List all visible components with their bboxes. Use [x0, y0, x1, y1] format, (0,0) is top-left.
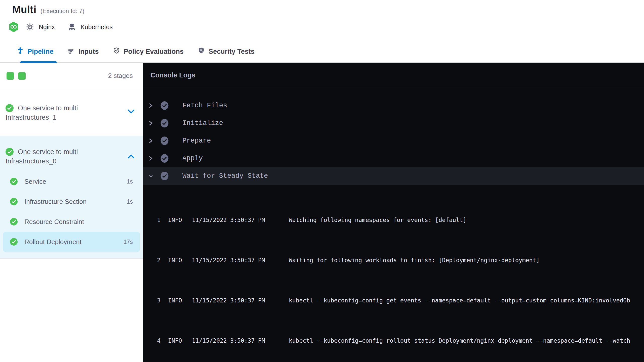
stage-row-infrastructures-0[interactable]: One service to multi Infrastructures_0 S… — [0, 136, 143, 259]
tab-label: Inputs — [78, 48, 99, 56]
tab-inputs[interactable]: Inputs — [68, 40, 99, 63]
step-duration: 1s — [127, 178, 133, 185]
stage-sidebar: 2 stages One service to multi Infrastruc… — [0, 63, 143, 362]
log-message: Watching following namespaces for events… — [289, 215, 644, 225]
success-check-icon — [10, 238, 18, 246]
stage-name-text: One service to multi Infrastructures_1 — [6, 104, 78, 121]
log-line: 1 INFO 11/15/2022 3:50:37 PM Watching fo… — [143, 215, 644, 225]
console-step-name: Prepare — [182, 137, 211, 145]
log-level: INFO — [168, 215, 184, 225]
log-message: kubectl --kubeconfig=config rollout stat… — [289, 336, 644, 346]
infrastructure-label: Kubernetes — [80, 23, 113, 31]
chevron-down-icon[interactable] — [127, 109, 135, 116]
step-duration: 1s — [127, 198, 133, 205]
success-check-icon — [10, 178, 18, 185]
title-row: Multi (Execution Id: 7) — [0, 0, 644, 15]
service-label: Nginx — [39, 23, 55, 31]
stage-count-label: 2 stages — [108, 72, 133, 80]
log-level: INFO — [168, 336, 184, 346]
stage-step-row[interactable]: Resource Constraint — [3, 212, 140, 232]
stage-row-infrastructures-1[interactable]: One service to multi Infrastructures_1 — [0, 89, 143, 136]
log-message: kubectl --kubeconfig=config get events -… — [289, 295, 644, 305]
console-step-name: Initialize — [182, 119, 223, 127]
stage-name: One service to multi Infrastructures_0 — [6, 147, 120, 166]
tab-pipeline[interactable]: Pipeline — [17, 40, 54, 63]
log-timestamp: 11/15/2022 3:50:37 PM — [192, 295, 281, 305]
console-step-list: Fetch Files Initialize — [143, 88, 644, 362]
step-name: Rollout Deployment — [24, 238, 124, 246]
log-line: 4 INFO 11/15/2022 3:50:37 PM kubectl --k… — [143, 336, 644, 346]
step-success-check-icon — [160, 101, 169, 110]
console-step-row[interactable]: Initialize — [143, 114, 644, 132]
stage-step-list: Service 1s Infrastructure Section 1s — [0, 171, 143, 252]
stage-name: One service to multi Infrastructures_1 — [6, 104, 120, 122]
log-line-number: 4 — [143, 336, 160, 346]
console-step-row[interactable]: Apply — [143, 150, 644, 167]
step-success-check-icon — [160, 137, 169, 145]
stage-square-success[interactable] — [7, 72, 14, 80]
pipeline-meta-row: Nginx Kubernetes — [0, 15, 644, 32]
page-header: Multi (Execution Id: 7) Nginx — [0, 0, 644, 63]
page-title: Multi — [12, 4, 36, 15]
log-line-number: 1 — [143, 215, 160, 225]
log-level: INFO — [168, 255, 184, 265]
log-line: 2 INFO 11/15/2022 3:50:37 PM Waiting for… — [143, 255, 644, 265]
log-message: Waiting for following workloads to finis… — [289, 255, 644, 265]
success-check-icon — [10, 198, 18, 205]
console-step-name: Wait for Steady State — [182, 172, 268, 180]
shield-check-icon — [113, 47, 120, 56]
gear-icon — [26, 23, 34, 31]
console-step-name: Apply — [182, 155, 203, 162]
console-step-row[interactable]: Prepare — [143, 132, 644, 150]
chevron-right-icon[interactable] — [148, 137, 153, 144]
step-success-check-icon — [160, 172, 169, 180]
harness-infinity-icon — [9, 21, 19, 32]
chevron-right-icon[interactable] — [148, 155, 153, 162]
step-name: Resource Constraint — [24, 218, 133, 226]
success-check-icon — [10, 218, 18, 225]
stage-square-success[interactable] — [18, 72, 26, 80]
log-timestamp: 11/15/2022 3:50:37 PM — [192, 255, 281, 265]
stage-summary-row: 2 stages — [0, 63, 143, 89]
execution-id: (Execution Id: 7) — [41, 8, 85, 15]
log-level: INFO — [168, 295, 184, 305]
tab-policy-evaluations[interactable]: Policy Evaluations — [113, 40, 184, 63]
console-logs-title: Console Logs — [143, 63, 644, 88]
tab-label: Security Tests — [209, 48, 255, 56]
log-line: 3 INFO 11/15/2022 3:50:37 PM kubectl --k… — [143, 295, 644, 305]
console-step-row-expanded[interactable]: Wait for Steady State — [143, 167, 644, 185]
stage-minimap[interactable] — [7, 72, 26, 80]
stage-name-text: One service to multi Infrastructures_0 — [6, 148, 78, 165]
step-name: Infrastructure Section — [24, 198, 127, 206]
stage-step-row[interactable]: Service 1s — [3, 171, 140, 192]
console-panel: Console Logs Fetch Files — [143, 63, 644, 362]
log-line-number: 2 — [143, 255, 160, 265]
step-success-check-icon — [160, 119, 169, 127]
stage-step-row[interactable]: Infrastructure Section 1s — [3, 192, 140, 212]
chevron-right-icon[interactable] — [148, 120, 153, 127]
log-timestamp: 11/15/2022 3:50:37 PM — [192, 336, 281, 346]
tab-label: Policy Evaluations — [124, 48, 184, 56]
console-step-name: Fetch Files — [182, 102, 227, 109]
step-name: Service — [24, 178, 127, 186]
chevron-down-icon[interactable] — [148, 173, 153, 179]
chevron-up-icon[interactable] — [127, 153, 135, 160]
step-success-check-icon — [160, 154, 169, 163]
log-timestamp: 11/15/2022 3:50:37 PM — [192, 215, 281, 225]
chevron-right-icon[interactable] — [148, 102, 153, 109]
console-log-output: 1 INFO 11/15/2022 3:50:37 PM Watching fo… — [143, 185, 644, 362]
log-line-number: 3 — [143, 295, 160, 305]
stage-step-row[interactable]: Rollout Deployment 17s — [3, 232, 140, 252]
server-icon — [68, 23, 76, 31]
tab-security-tests[interactable]: Security Tests — [198, 40, 255, 63]
step-duration: 17s — [124, 239, 133, 245]
shield-search-icon — [198, 47, 205, 56]
console-step-row[interactable]: Fetch Files — [143, 97, 644, 114]
pipeline-icon — [17, 47, 24, 56]
edit-lines-icon — [68, 47, 75, 56]
tab-bar: Pipeline Inputs — [17, 40, 255, 63]
tab-label: Pipeline — [27, 48, 54, 56]
